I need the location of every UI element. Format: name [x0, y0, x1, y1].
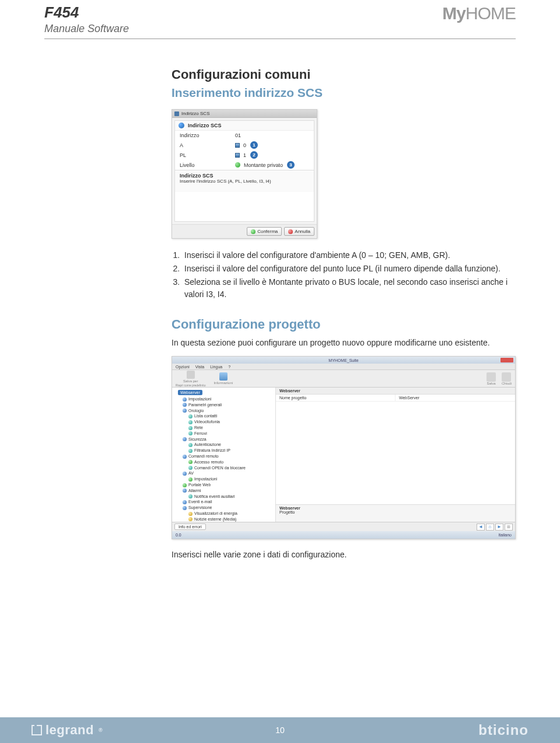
- nav-prev-button[interactable]: ◄: [477, 524, 485, 531]
- tree-node-icon: [183, 506, 187, 510]
- tree-node[interactable]: Sicurezza: [183, 437, 273, 442]
- tree-node-icon: [188, 494, 192, 498]
- instruction-step: Inserisci il valore del configuratore d'…: [182, 249, 516, 261]
- figure-caption: Inserisci nelle varie zone i dati di con…: [172, 550, 516, 559]
- bticino-logo: bticino: [478, 722, 528, 738]
- tree-node-icon: [188, 477, 192, 482]
- properties-description: Webserver Progetto: [276, 504, 515, 522]
- instruction-steps: Inserisci il valore del configuratore d'…: [172, 249, 516, 301]
- nav-home-button[interactable]: ⌂: [486, 524, 494, 531]
- instruction-step: Inserisci il valore del configuratore de…: [182, 263, 516, 275]
- project-config-window: MYHOME_Suite OpzioniVistaLingua? Salva p…: [172, 356, 516, 539]
- value-icon: [235, 153, 240, 158]
- window-titlebar: MYHOME_Suite: [172, 357, 515, 364]
- group-icon: [178, 123, 184, 128]
- menu-item[interactable]: Opzioni: [176, 365, 190, 369]
- tree-node[interactable]: AV: [183, 470, 273, 476]
- tree-node[interactable]: Portale Web: [183, 482, 273, 488]
- dialog-titlebar: Indirizzo SCS: [172, 110, 317, 118]
- menubar: OpzioniVistaLingua?: [172, 364, 515, 370]
- tree-node[interactable]: Filtratura Indirizzi IP: [183, 448, 273, 454]
- project-tree[interactable]: Webserver ImpostazioniParametri generali…: [172, 388, 276, 522]
- tree-node-icon: [183, 483, 187, 487]
- menu-item[interactable]: ?: [228, 365, 230, 369]
- dialog-description: Indirizzo SCS Inserire l'indirizzo SCS (…: [175, 170, 314, 192]
- ribbon-icon: [187, 371, 195, 379]
- page-number: 10: [275, 725, 285, 735]
- tree-node[interactable]: Eventi e-mail: [183, 499, 273, 505]
- tree-node[interactable]: Accesso remoto: [183, 459, 273, 465]
- callout-badge: 3: [287, 161, 295, 169]
- section2-para: In questa sezione puoi configurare un pr…: [172, 337, 516, 349]
- tree-node-icon: [183, 500, 187, 504]
- dialog-group-header: Indirizzo SCS: [175, 121, 314, 131]
- page-footer: legrand® 10 bticino: [0, 717, 560, 743]
- ribbon-button[interactable]: Informazioni: [214, 372, 233, 385]
- bottom-toolbar: Info ed errori ◄ ⌂ ► ⊞: [172, 522, 515, 531]
- tree-node-icon: [183, 489, 187, 493]
- ribbon-button[interactable]: Chiudi: [502, 372, 512, 385]
- tree-node[interactable]: Allarmi: [183, 488, 273, 494]
- scs-address-dialog: Indirizzo SCS Indirizzo SCS Indirizzo01A…: [172, 109, 317, 239]
- nav-zoom-button[interactable]: ⊞: [505, 524, 513, 531]
- menu-item[interactable]: Vista: [195, 365, 204, 369]
- info-errors-button[interactable]: Info ed errori: [174, 524, 206, 530]
- tree-node[interactable]: Lista contatti: [183, 413, 273, 419]
- tree-node-icon: [183, 397, 187, 402]
- close-window-button[interactable]: [501, 358, 513, 362]
- status-bar: 0.0 Italiano: [172, 531, 515, 539]
- tree-node[interactable]: Impostazioni: [183, 476, 273, 482]
- property-row[interactable]: Indirizzo01: [175, 131, 314, 140]
- tree-node-icon: [188, 460, 192, 464]
- tree-node[interactable]: Notifica eventi ausiliari: [183, 494, 273, 500]
- tree-node[interactable]: Notizie esterne (Media): [183, 517, 273, 522]
- tree-node[interactable]: Ferrovi: [183, 431, 273, 437]
- tree-node-icon: [183, 409, 187, 413]
- tree-node-icon: [188, 431, 192, 435]
- check-icon: [251, 229, 256, 234]
- tree-node[interactable]: Autenticazione: [183, 442, 273, 448]
- brand-logo: MyHOME: [442, 4, 516, 23]
- tree-node[interactable]: Impostazioni: [183, 396, 273, 402]
- instruction-step: Seleziona se il livello è Montante priva…: [182, 276, 516, 301]
- ribbon-button[interactable]: Salva perRiapri come predefinito: [176, 371, 205, 387]
- property-row[interactable]: Nome progettoWebServer: [276, 395, 515, 402]
- cancel-icon: [288, 229, 293, 234]
- callout-badge: 2: [250, 151, 258, 159]
- menu-item[interactable]: Lingua: [210, 365, 222, 369]
- cancel-button[interactable]: Annulla: [284, 227, 314, 236]
- page-header: F454 Manuale Software MyHOME: [44, 0, 516, 39]
- tree-node[interactable]: Videocitofonia: [183, 419, 273, 425]
- property-row[interactable]: A01: [175, 140, 314, 150]
- value-icon: [235, 143, 240, 148]
- dialog-title: Indirizzo SCS: [181, 111, 209, 116]
- tree-node-icon: [183, 455, 187, 459]
- ribbon-button[interactable]: Salva: [487, 372, 496, 385]
- tree-node-icon: [188, 420, 192, 424]
- tree-node[interactable]: Parametri generali: [183, 402, 273, 408]
- level-icon: [235, 162, 240, 168]
- property-row[interactable]: LivelloMontante privato3: [175, 160, 314, 170]
- doc-subtitle: Manuale Software: [44, 23, 129, 35]
- tree-node-icon: [183, 437, 187, 441]
- tree-node[interactable]: Orologio: [183, 408, 273, 414]
- ribbon-icon: [502, 372, 511, 382]
- tree-node-icon: [188, 414, 192, 418]
- dialog-icon: [174, 111, 179, 116]
- tree-node-icon: [183, 472, 187, 476]
- section-title: Configurazioni comuni: [172, 67, 516, 82]
- tree-node[interactable]: Comandi OPEN da bloccare: [183, 465, 273, 471]
- tree-node[interactable]: Comandi remoto: [183, 454, 273, 459]
- tree-node[interactable]: Rete: [183, 425, 273, 431]
- tree-node-icon: [188, 449, 192, 453]
- tree-node[interactable]: Supervisione: [183, 505, 273, 511]
- tree-root[interactable]: Webserver: [178, 390, 202, 395]
- confirm-button[interactable]: Conferma: [247, 227, 282, 236]
- properties-panel: Webserver Nome progettoWebServer: [276, 388, 515, 504]
- section-subtitle: Inserimento indirizzo SCS: [172, 86, 516, 100]
- tree-node-icon: [188, 443, 192, 447]
- ribbon: Salva perRiapri come predefinitoInformaz…: [172, 370, 515, 388]
- tree-node[interactable]: Visualizzatori di energia: [183, 511, 273, 517]
- nav-next-button[interactable]: ►: [495, 524, 503, 531]
- property-row[interactable]: PL12: [175, 150, 314, 160]
